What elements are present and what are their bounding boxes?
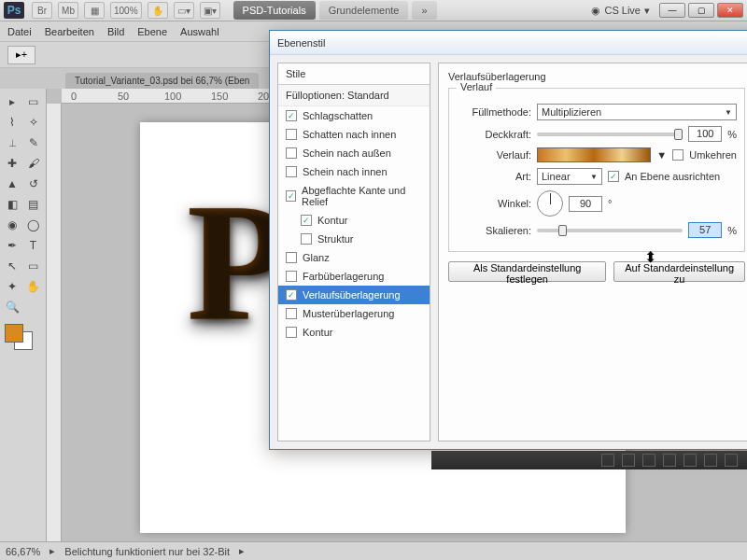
angle-dial[interactable]	[537, 190, 563, 217]
screenmode-icon[interactable]: ▣▾	[200, 2, 220, 19]
blend-mode-select[interactable]: Multiplizieren▼	[537, 104, 737, 120]
window-close-button[interactable]: ✕	[717, 3, 743, 18]
hand-tool-icon[interactable]: ✋	[148, 2, 168, 19]
zoom-select[interactable]: 100%	[110, 2, 142, 19]
fg-color-swatch[interactable]	[5, 324, 23, 343]
style-checkbox[interactable]	[286, 271, 297, 282]
scale-input[interactable]: 57	[688, 222, 722, 238]
minibridge-button[interactable]: Mb	[58, 2, 78, 19]
adjustment-icon[interactable]	[663, 454, 676, 467]
style-checkbox[interactable]: ✓	[286, 190, 296, 202]
wand-tool-icon[interactable]: ✧	[24, 113, 43, 132]
style-row-schein-nach-innen[interactable]: Schein nach innen	[278, 162, 430, 181]
style-row-farb-berlagerung[interactable]: Farbüberlagerung	[278, 267, 430, 286]
window-minimize-button[interactable]: —	[659, 3, 685, 18]
window-maximize-button[interactable]: ▢	[688, 3, 714, 18]
blend-options-row[interactable]: Fülloptionen: Standard	[278, 85, 430, 106]
crop-tool-icon[interactable]: ⟂	[3, 133, 21, 152]
gradient-style-select[interactable]: Linear▼	[537, 168, 602, 185]
dodge-tool-icon[interactable]: ◯	[24, 216, 43, 234]
style-checkbox[interactable]	[286, 308, 297, 319]
hand-tool-icon[interactable]: ✋	[24, 277, 43, 296]
arrange-icon[interactable]: ▭▾	[174, 2, 194, 19]
cs-live-icon: ◉	[591, 5, 600, 17]
workspace-more[interactable]: »	[412, 1, 436, 20]
type-tool-icon[interactable]: T	[24, 236, 43, 255]
scale-slider[interactable]	[537, 229, 683, 232]
style-row-muster-berlagerung[interactable]: Musterüberlagerung	[278, 304, 430, 323]
style-checkbox[interactable]: ✓	[286, 289, 297, 301]
menu-bearbeiten[interactable]: Bearbeiten	[45, 26, 94, 37]
new-layer-icon[interactable]	[704, 454, 717, 467]
style-checkbox[interactable]: ✓	[286, 110, 297, 121]
path-tool-icon[interactable]: ↖	[3, 257, 21, 275]
angle-label: Winkel:	[457, 198, 531, 209]
angle-input[interactable]: 90	[569, 196, 602, 212]
cs-live-button[interactable]: ◉ CS Live ▾	[591, 5, 650, 17]
trash-icon[interactable]	[725, 454, 738, 467]
style-checkbox[interactable]: ✓	[301, 215, 312, 226]
heal-tool-icon[interactable]: ✚	[3, 154, 21, 173]
document-tab[interactable]: Tutorial_Variante_03.psd bei 66,7% (Eben	[65, 73, 259, 89]
reset-default-button[interactable]: Auf Standardeinstellung zu	[613, 261, 745, 282]
style-row-schatten-nach-innen[interactable]: Schatten nach innen	[278, 125, 430, 144]
history-brush-icon[interactable]: ↺	[24, 175, 43, 193]
style-row-schein-nach-au-en[interactable]: Schein nach außen	[278, 144, 430, 162]
eraser-tool-icon[interactable]: ◧	[3, 195, 21, 214]
styles-heading[interactable]: Stile	[278, 63, 430, 85]
make-default-button[interactable]: Als Standardeinstellung festlegen	[448, 261, 606, 282]
shape-tool-icon[interactable]: ▭	[24, 257, 43, 275]
pen-tool-icon[interactable]: ✒	[3, 236, 21, 255]
mask-icon[interactable]	[642, 454, 655, 467]
move-tool-icon[interactable]: ▸	[3, 92, 21, 111]
menu-auswahl[interactable]: Auswahl	[180, 26, 219, 37]
fx-icon[interactable]	[622, 454, 635, 467]
align-label: An Ebene ausrichten	[625, 171, 720, 182]
brush-tool-icon[interactable]: 🖌	[24, 154, 43, 173]
marquee-tool-icon[interactable]: ▭	[24, 92, 43, 111]
workspace-tab-grundelemente[interactable]: Grundelemente	[319, 1, 409, 20]
style-checkbox[interactable]	[286, 147, 297, 159]
style-checkbox[interactable]	[301, 233, 312, 245]
align-checkbox[interactable]: ✓	[608, 171, 619, 182]
style-row-kontur[interactable]: ✓Kontur	[278, 211, 430, 230]
panel-dock-footer	[431, 451, 747, 469]
stamp-tool-icon[interactable]: ▲	[3, 175, 21, 193]
menu-ebene[interactable]: Ebene	[137, 26, 167, 37]
color-swatches[interactable]	[3, 324, 43, 354]
style-checkbox[interactable]	[286, 166, 297, 177]
gradient-preview[interactable]	[537, 147, 651, 162]
style-checkbox[interactable]	[286, 327, 297, 338]
style-row-abgeflachte-kante-und-relief[interactable]: ✓Abgeflachte Kante und Relief	[278, 181, 430, 211]
view-extras-button[interactable]: ▦	[84, 2, 105, 19]
reverse-checkbox[interactable]	[672, 149, 684, 161]
style-row-verlaufs-berlagerung[interactable]: ✓Verlaufsüberlagerung	[278, 286, 430, 304]
style-row-struktur[interactable]: Struktur	[278, 230, 430, 248]
menu-datei[interactable]: Datei	[7, 26, 32, 37]
style-label: Glanz	[303, 252, 330, 263]
style-label: Schein nach außen	[303, 147, 391, 159]
lasso-tool-icon[interactable]: ⌇	[3, 113, 21, 132]
style-row-schlagschatten[interactable]: ✓Schlagschatten	[278, 106, 430, 125]
opacity-input[interactable]: 100	[688, 126, 722, 142]
zoom-tool-icon[interactable]: 🔍	[3, 298, 21, 316]
style-row-kontur[interactable]: Kontur	[278, 323, 430, 342]
eyedropper-tool-icon[interactable]: ✎	[24, 133, 43, 152]
status-zoom[interactable]: 66,67%	[6, 546, 40, 557]
group-icon[interactable]	[684, 454, 697, 467]
style-row-glanz[interactable]: Glanz	[278, 248, 430, 267]
menu-bild[interactable]: Bild	[107, 26, 124, 37]
workspace-tab-psdtutorials[interactable]: PSD-Tutorials	[233, 1, 316, 20]
blur-tool-icon[interactable]: ◉	[3, 216, 21, 234]
gradient-dropdown-icon[interactable]: ▼	[656, 149, 667, 161]
move-tool-indicator[interactable]: ▸+	[7, 46, 35, 64]
bridge-button[interactable]: Br	[32, 2, 52, 19]
opacity-slider[interactable]	[537, 133, 683, 136]
link-layers-icon[interactable]	[601, 454, 614, 467]
dialog-titlebar[interactable]: Ebenenstil	[270, 31, 747, 55]
style-checkbox[interactable]	[286, 252, 297, 263]
gradient-tool-icon[interactable]: ▤	[24, 195, 43, 214]
3d-tool-icon[interactable]: ✦	[3, 277, 21, 296]
style-checkbox[interactable]	[286, 129, 297, 140]
status-message: Belichtung funktioniert nur bei 32-Bit	[64, 546, 230, 557]
